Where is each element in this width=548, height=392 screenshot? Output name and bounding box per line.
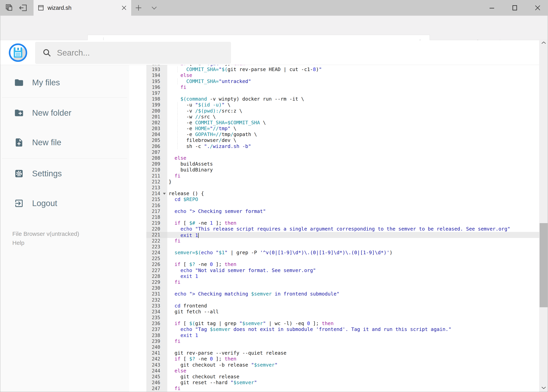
code-line-197[interactable]: 197 bbox=[146, 90, 539, 96]
code-line-209[interactable]: 209 buildAssets bbox=[146, 161, 539, 167]
code-line-225[interactable]: 225 bbox=[146, 256, 539, 261]
code-line-232[interactable]: 232 bbox=[146, 297, 539, 303]
minimize-button[interactable] bbox=[486, 2, 497, 13]
sidebar-item-logout[interactable]: Logout bbox=[0, 189, 129, 218]
app-header bbox=[0, 40, 548, 65]
code-line-202[interactable]: 202 -e COMMIT_SHA=$COMMIT_SHA \ bbox=[146, 120, 539, 126]
code-line-237[interactable]: 237 echo "Tag $semver does not exist in … bbox=[146, 326, 539, 332]
code-line-218[interactable]: 218 bbox=[146, 214, 539, 220]
code-line-192[interactable]: 192 if [ -d ".git" ]; then bbox=[146, 65, 539, 67]
code-line-222[interactable]: 222 fi bbox=[146, 238, 539, 244]
code-line-214[interactable]: 214release () { bbox=[146, 191, 539, 196]
code-line-247[interactable]: 247 fi bbox=[146, 385, 539, 392]
code-text bbox=[167, 149, 539, 155]
sidebar-item-label: New file bbox=[32, 138, 61, 147]
logout-icon bbox=[14, 198, 24, 208]
line-number: 221 bbox=[146, 232, 167, 238]
code-line-211[interactable]: 211 fi bbox=[146, 173, 539, 179]
app-logo[interactable] bbox=[9, 43, 27, 62]
scroll-up-icon[interactable] bbox=[541, 40, 547, 46]
code-line-236[interactable]: 236 if [ $(git tag | grep "$semver" | wc… bbox=[146, 321, 539, 326]
code-line-205[interactable]: 205 filebrowser/dev \ bbox=[146, 137, 539, 143]
code-editor[interactable]: 192 if [ -d ".git" ]; then193 COMMIT_SHA… bbox=[146, 65, 539, 392]
code-line-246[interactable]: 246 git reset --hard "$semver" bbox=[146, 380, 539, 385]
code-text bbox=[167, 285, 539, 291]
close-window-button[interactable] bbox=[532, 2, 543, 13]
code-line-243[interactable]: 243 git checkout -b release "$semver" bbox=[146, 362, 539, 368]
code-text bbox=[167, 185, 539, 191]
line-number: 210 bbox=[146, 167, 167, 173]
code-line-228[interactable]: 228 exit 1 bbox=[146, 273, 539, 279]
tab-preview-button[interactable] bbox=[149, 3, 159, 13]
code-line-223[interactable]: 223 bbox=[146, 244, 539, 250]
code-line-208[interactable]: 208 else bbox=[146, 155, 539, 161]
code-line-207[interactable]: 207 bbox=[146, 149, 539, 155]
scroll-down-icon[interactable] bbox=[541, 385, 547, 391]
code-line-227[interactable]: 227 echo "Not valid semver format. See s… bbox=[146, 267, 539, 273]
line-number: 241 bbox=[146, 350, 167, 356]
code-line-216[interactable]: 216 bbox=[146, 203, 539, 208]
page-scrollbar[interactable] bbox=[539, 39, 548, 392]
code-line-219[interactable]: 219 if [ $# -ne 1 ]; then bbox=[146, 220, 539, 226]
code-line-241[interactable]: 241 git rev-parse --verify --quiet relea… bbox=[146, 350, 539, 356]
tabs-aside-list-button[interactable] bbox=[4, 3, 14, 13]
code-line-193[interactable]: 193 COMMIT_SHA="$(git rev-parse HEAD | c… bbox=[146, 67, 539, 72]
code-line-203[interactable]: 203 -e HOME="//tmp" \ bbox=[146, 126, 539, 132]
code-line-235[interactable]: 235 bbox=[146, 315, 539, 321]
code-line-242[interactable]: 242 if [ $? -ne 0 ]; then bbox=[146, 356, 539, 362]
code-line-233[interactable]: 233 cd frontend bbox=[146, 303, 539, 309]
search-bar[interactable] bbox=[35, 42, 231, 64]
code-line-230[interactable]: 230 bbox=[146, 285, 539, 291]
code-line-201[interactable]: 201 -w //src \ bbox=[146, 114, 539, 120]
code-line-195[interactable]: 195 COMMIT_SHA="untracked" bbox=[146, 78, 539, 84]
browser-tab[interactable]: wizard.sh bbox=[33, 0, 132, 16]
line-number: 242 bbox=[146, 356, 167, 362]
fold-arrow-icon[interactable] bbox=[163, 193, 166, 195]
code-line-200[interactable]: 200 -v /$(pwd):/src:z \ bbox=[146, 108, 539, 114]
code-line-194[interactable]: 194 else bbox=[146, 72, 539, 78]
line-number: 194 bbox=[146, 72, 167, 78]
line-number: 199 bbox=[146, 102, 167, 108]
sidebar-item-my-files[interactable]: My files bbox=[0, 68, 129, 97]
code-line-226[interactable]: 226 if [ $? -ne 0 ]; then bbox=[146, 261, 539, 267]
set-tabs-aside-button[interactable] bbox=[18, 3, 28, 13]
code-line-238[interactable]: 238 exit 1 bbox=[146, 333, 539, 338]
settings-gear-icon bbox=[14, 169, 24, 178]
line-number: 233 bbox=[146, 303, 167, 309]
code-line-199[interactable]: 199 -u "$(id -u)" \ bbox=[146, 102, 539, 108]
code-text: fi bbox=[167, 338, 539, 344]
code-line-244[interactable]: 244 else bbox=[146, 368, 539, 374]
code-line-215[interactable]: 215 cd $REPO bbox=[146, 196, 539, 202]
code-line-213[interactable]: 213 bbox=[146, 185, 539, 191]
code-line-210[interactable]: 210 buildBinary bbox=[146, 167, 539, 173]
code-line-234[interactable]: 234 git fetch --all bbox=[146, 309, 539, 315]
close-tab-icon[interactable] bbox=[121, 5, 127, 11]
code-line-231[interactable]: 231 echo "> Checking matching $semver in… bbox=[146, 291, 539, 297]
maximize-button[interactable] bbox=[509, 2, 520, 13]
help-link[interactable]: Help bbox=[12, 239, 24, 246]
set-tabs-aside-icon bbox=[19, 4, 28, 12]
code-line-240[interactable]: 240 bbox=[146, 344, 539, 350]
sidebar-item-new-file[interactable]: New file bbox=[0, 128, 129, 157]
sidebar-item-settings[interactable]: Settings bbox=[0, 159, 129, 188]
code-line-204[interactable]: 204 -e GOPATH=//tmp/gopath \ bbox=[146, 132, 539, 137]
window-border-left bbox=[0, 16, 0, 392]
line-number: 209 bbox=[146, 161, 167, 167]
code-line-196[interactable]: 196 fi bbox=[146, 84, 539, 90]
code-line-224[interactable]: 224 semver=$(echo "$1" | grep -P '^v(0|[… bbox=[146, 250, 539, 256]
code-line-239[interactable]: 239 fi bbox=[146, 338, 539, 344]
code-line-220[interactable]: 220 echo "This release script requires a… bbox=[146, 226, 539, 232]
line-number: 219 bbox=[146, 220, 167, 226]
sidebar-item-new-folder[interactable]: New folder bbox=[0, 98, 129, 128]
search-input[interactable] bbox=[56, 48, 218, 58]
new-tab-button[interactable] bbox=[133, 3, 144, 13]
line-number: 214 bbox=[146, 191, 167, 196]
code-line-245[interactable]: 245 git checkout release bbox=[146, 374, 539, 380]
scrollbar-thumb[interactable] bbox=[540, 223, 548, 307]
code-line-212[interactable]: 212} bbox=[146, 179, 539, 185]
code-line-198[interactable]: 198 $(command -v winpty) docker run --rm… bbox=[146, 96, 539, 102]
code-line-217[interactable]: 217 echo "> Checking semver format" bbox=[146, 208, 539, 214]
code-line-221[interactable]: 221 exit 1 bbox=[146, 232, 539, 238]
code-line-206[interactable]: 206 sh -c "./wizard.sh -b" bbox=[146, 143, 539, 149]
code-line-229[interactable]: 229 fi bbox=[146, 279, 539, 285]
